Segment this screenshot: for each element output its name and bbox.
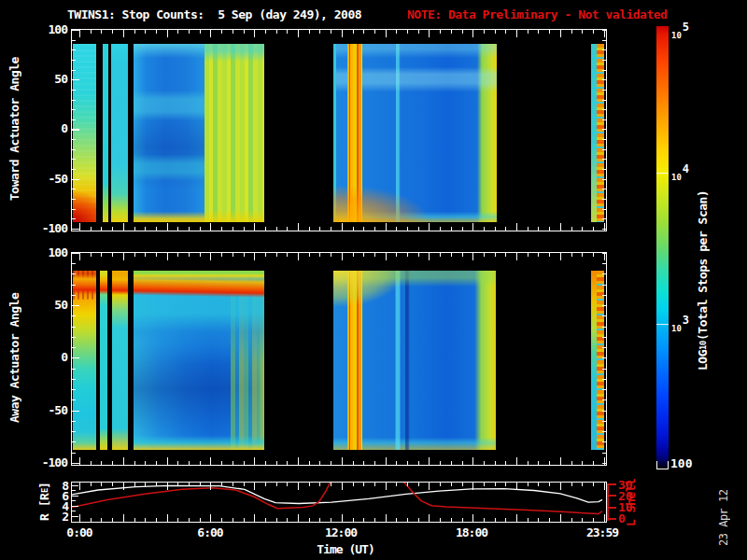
mid-ytick-m50: -50 <box>24 403 67 417</box>
middle-heatmap-block-2h <box>112 271 128 450</box>
top-ytick-100: 100 <box>24 22 67 36</box>
orbit-curves <box>72 483 604 520</box>
top-heatmap-block-1h <box>103 44 108 222</box>
cb-label-sub: 10 <box>698 341 708 350</box>
cb-exp-1e3: 3 <box>683 314 689 327</box>
xtick-1200: 12:00 <box>311 525 371 539</box>
r-tick-2: 2 <box>49 510 68 524</box>
lshell-curve-1 <box>72 483 331 509</box>
page-title: TWINS1: Stop Counts: 5 Sep (day 249), 20… <box>67 7 361 21</box>
cb-exp-1e4: 4 <box>683 162 689 175</box>
cb-base-100: 100 <box>670 456 692 470</box>
top-ytick-m100: -100 <box>24 221 67 235</box>
top-heatmap-block-main-right <box>204 44 264 222</box>
colorbar-axis-label: LOG10(Total Stops per Scan) <box>696 84 710 476</box>
mid-ytick-m100: -100 <box>24 455 67 469</box>
mid-ytick-0: 0 <box>24 350 67 364</box>
cb-label-suffix: (Total Stops per Scan) <box>696 190 710 341</box>
cb-exp-1e5: 5 <box>683 21 689 34</box>
colorbar-label-1e3: 103 <box>671 317 688 333</box>
middle-data-gap-2 <box>107 271 112 450</box>
top-heatmap-block-main-left <box>134 44 204 222</box>
cb-label-prefix: LOG <box>696 350 710 371</box>
date-stamp: 23 Apr 12 <box>717 481 730 555</box>
colorbar-tick-1e3 <box>656 324 669 325</box>
cb-base-1e3: 10 <box>671 324 682 333</box>
top-heatmap-block-afternoon <box>333 44 497 222</box>
x-axis-title: Time (UT) <box>308 542 383 556</box>
top-xticks-major-top <box>79 30 606 37</box>
mid-xticks-major-top <box>79 253 606 260</box>
xtick-0000: 0:00 <box>49 525 109 539</box>
colorbar-label-100: 100 <box>670 456 692 470</box>
middle-data-gap-1 <box>96 271 100 450</box>
colorbar-end-box <box>656 461 669 469</box>
top-xticks-minor-bottom <box>79 227 606 231</box>
plot-screen: TWINS1: Stop Counts: 5 Sep (day 249), 20… <box>0 0 747 560</box>
middle-heatmap-block-0h <box>73 271 96 450</box>
mid-ytick-100: 100 <box>24 245 67 259</box>
preliminary-note: NOTE: Data Preliminary - Not validated <box>407 7 667 21</box>
mid-xticks-minor-top <box>79 253 606 257</box>
xtick-2359: 23:59 <box>572 525 632 539</box>
colorbar-tick-1e4 <box>656 173 669 174</box>
bottom-panel: 8 6 4 2 30 20 10 0 <box>71 482 607 523</box>
cb-base-1e5: 10 <box>671 31 682 40</box>
colorbar <box>656 26 669 469</box>
middle-data-gap-3 <box>128 271 134 450</box>
top-heatmap-block-0h <box>73 44 96 222</box>
lshell-curve-2 <box>403 483 602 514</box>
middle-heatmap-block-1h <box>100 271 107 450</box>
colorbar-label-1e5: 105 <box>671 24 688 40</box>
lshell-ticks <box>609 483 616 521</box>
top-ytick-0: 0 <box>24 121 67 135</box>
mid-ytick-50: 50 <box>24 298 67 312</box>
mid-xticks-major-bottom <box>79 457 606 465</box>
top-ytick-50: 50 <box>24 72 67 86</box>
top-panel-y-axis-label: Toward Actuator Angle <box>7 29 21 230</box>
colorbar-label-1e4: 104 <box>671 166 688 182</box>
middle-heatmap-intense-band <box>73 273 264 298</box>
middle-heatmap-block-afternoon <box>333 271 496 450</box>
r-curve <box>72 485 602 503</box>
top-heatmap-block-2h <box>111 44 128 222</box>
xtick-0600: 6:00 <box>180 525 240 539</box>
xtick-1800: 18:00 <box>442 525 501 539</box>
r-label-sub: E <box>40 489 49 494</box>
top-ytick-m50: -50 <box>24 172 67 186</box>
middle-heatmap-block-end <box>591 271 604 450</box>
cb-base-1e4: 10 <box>671 173 682 182</box>
top-panel: 100 50 0 -50 -100 <box>71 29 607 231</box>
mid-xticks-minor-bottom <box>79 461 606 465</box>
top-heatmap-block-end <box>591 44 604 222</box>
middle-panel-y-axis-label: Away Actuator Angle <box>7 252 21 464</box>
lshell-axis-label: L Shell <box>624 476 638 528</box>
middle-heatmap-block-main <box>134 271 264 450</box>
lshell-axis-line <box>607 483 609 521</box>
top-xticks-major-bottom <box>79 223 606 231</box>
top-xticks-minor-top <box>79 30 606 34</box>
middle-panel: 100 50 0 -50 -100 <box>71 252 607 466</box>
